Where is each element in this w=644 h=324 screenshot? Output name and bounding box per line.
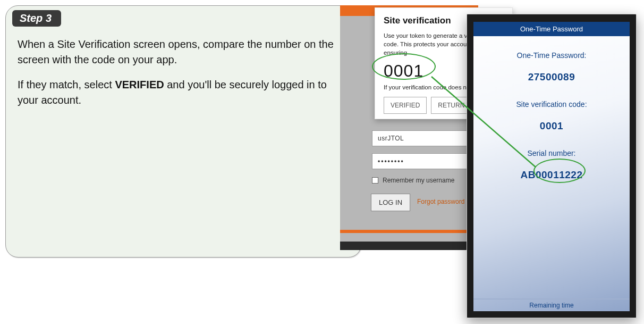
step-badge: Step 3 bbox=[12, 10, 61, 27]
site-code-label: Site verification code: bbox=[473, 100, 630, 109]
otp-label: One-Time Password: bbox=[473, 51, 630, 60]
remember-label: Remember my username bbox=[383, 177, 454, 184]
instruction-body: When a Site Verification screen opens, c… bbox=[18, 37, 347, 118]
forgot-password-link[interactable]: Forgot password bbox=[417, 198, 464, 205]
phone-mockup: One-Time Password One-Time Password: 275… bbox=[467, 14, 637, 318]
checkbox-icon bbox=[372, 177, 378, 184]
remember-username-checkbox[interactable]: Remember my username bbox=[372, 177, 454, 184]
instruction-line-2-bold: VERIFIED bbox=[115, 79, 164, 90]
otp-value: 27500089 bbox=[473, 71, 630, 83]
phone-app-title: One-Time Password bbox=[473, 22, 630, 36]
phone-screen: One-Time Password One-Time Password: 275… bbox=[473, 22, 630, 311]
username-field[interactable]: usrJTOL bbox=[372, 130, 478, 146]
instruction-line-1: When a Site Verification screen opens, c… bbox=[18, 37, 347, 68]
login-button[interactable]: LOG IN bbox=[371, 194, 410, 211]
phone-body: One-Time Password: 27500089 Site verific… bbox=[473, 36, 630, 298]
password-field[interactable]: •••••••• bbox=[372, 153, 478, 169]
serial-value: AB00011222 bbox=[473, 169, 630, 181]
instruction-line-2: If they match, select VERIFIED and you'l… bbox=[18, 77, 347, 108]
phone-footer: Remaining time bbox=[473, 298, 630, 311]
site-code-value: 0001 bbox=[473, 120, 630, 132]
brand-stripe-bottom bbox=[340, 230, 478, 233]
instruction-line-2-pre: If they match, select bbox=[18, 79, 115, 90]
instruction-card: Step 3 When a Site Verification screen o… bbox=[5, 5, 361, 257]
verified-button[interactable]: VERIFIED bbox=[384, 97, 427, 114]
serial-label: Serial number: bbox=[473, 149, 630, 157]
